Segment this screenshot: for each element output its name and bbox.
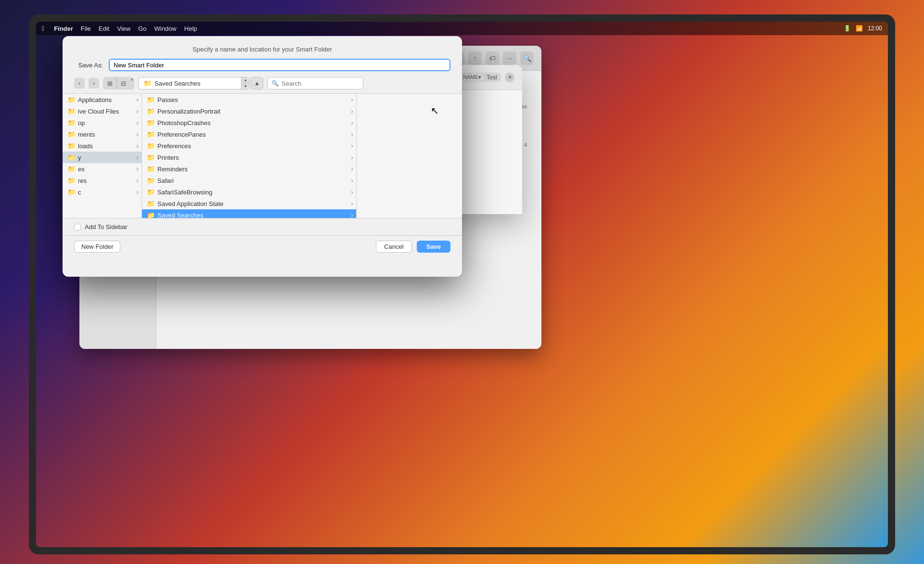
apple-menu-icon[interactable]:  (42, 25, 44, 32)
dialog-footer-buttons: Cancel Save (376, 241, 450, 253)
dialog-header-text: Specify a name and location for your Sma… (63, 36, 462, 59)
dialog-search-bar: 🔍 (267, 77, 363, 90)
browser-item-passes[interactable]: 📁 Passes (142, 94, 356, 105)
folder-icon-photoshop: 📁 (147, 119, 154, 127)
browser-label-savedsearches: Saved Searches (157, 212, 203, 218)
folder-icon-pictures: 📁 (67, 177, 75, 184)
browser-label-applications: Applications (78, 96, 112, 103)
folder-icon-downloads: 📁 (67, 142, 75, 150)
front-search-token[interactable]: NAME▾ (461, 74, 484, 81)
folder-icon-library: 📁 (67, 154, 75, 161)
browser-label-library: y (78, 154, 81, 161)
browser-item-savedsearches[interactable]: 📁 Saved Searches (142, 209, 356, 218)
browser-label-savedstate: Saved Application State (157, 200, 223, 207)
location-stepper-down[interactable]: ▼ (242, 84, 249, 90)
front-search-value: Test (487, 74, 497, 81)
browser-label-desktop: op (78, 119, 85, 127)
save-button[interactable]: Save (417, 241, 450, 253)
menubar-edit[interactable]: Edit (99, 25, 109, 32)
back-more[interactable]: ··· (503, 51, 516, 65)
browser-item-applications[interactable]: 📁 Applications (63, 94, 141, 105)
browser-label-downloads: loads (78, 142, 93, 150)
location-folder-icon: 📁 (143, 79, 152, 87)
browser-item-printers[interactable]: 📁 Printers (142, 152, 356, 163)
menubar-window[interactable]: Window (154, 25, 177, 32)
folder-icon-preferencepanes: 📁 (147, 130, 154, 138)
dialog-search-icon: 🔍 (271, 80, 279, 87)
menubar-help[interactable]: Help (184, 25, 197, 32)
back-search[interactable]: 🔍 (520, 51, 534, 65)
browser-label-printers: Printers (157, 154, 179, 161)
save-as-input[interactable] (109, 59, 450, 71)
folder-icon-printers: 📁 (147, 154, 154, 161)
wifi-icon: 📶 (856, 25, 863, 32)
browser-label-safarisafe: SafariSafeBrowsing (157, 189, 212, 196)
folder-icon-preferences: 📁 (147, 142, 154, 150)
laptop-screen:  Finder File Edit View Go Window Help 🔋… (36, 22, 888, 547)
browser-item-documents[interactable]: 📁 ments (63, 128, 141, 140)
folder-icon-reminders: 📁 (147, 165, 154, 173)
browser-label-safari: Safari (157, 177, 174, 184)
dialog-nav-back[interactable]: ‹ (74, 78, 85, 89)
folder-icon-desktop: 📁 (67, 119, 75, 127)
folder-icon-other: 📁 (67, 188, 75, 196)
add-to-sidebar-checkbox[interactable] (74, 224, 81, 231)
location-stepper-up[interactable]: ▲ (242, 77, 249, 84)
add-to-sidebar-label: Add To Sidebar (85, 223, 128, 231)
save-as-label: Save As: (74, 62, 103, 69)
folder-icon-safari: 📁 (147, 177, 154, 184)
browser-left-panel: 📁 Applications 📁 ive Cloud Files 📁 op 📁 … (63, 94, 142, 218)
folder-icon-icloud: 📁 (67, 107, 75, 115)
back-tag[interactable]: 🏷 (486, 51, 499, 65)
folder-icon-savedsearches: 📁 (147, 211, 154, 218)
browser-item-safarisafe[interactable]: 📁 SafariSafeBrowsing (142, 186, 356, 198)
dialog-footer: New Folder Cancel Save (63, 235, 462, 257)
front-close-search[interactable]: ✕ (505, 73, 514, 82)
location-dropdown[interactable]: 📁 Saved Searches (138, 77, 241, 90)
browser-item-downloads[interactable]: 📁 loads (63, 140, 141, 152)
laptop-frame:  Finder File Edit View Go Window Help 🔋… (29, 14, 895, 554)
browser-right-panel (356, 94, 462, 218)
location-selector: 📁 Saved Searches ▲ ▼ ▲ (138, 77, 263, 90)
dialog-browser: 📁 Applications 📁 ive Cloud Files 📁 op 📁 … (63, 93, 462, 218)
browser-item-savedstate[interactable]: 📁 Saved Application State (142, 198, 356, 209)
browser-item-personalization[interactable]: 📁 PersonalizationPortrait (142, 105, 356, 117)
folder-icon-documents: 📁 (67, 130, 75, 138)
menubar-view[interactable]: View (117, 25, 130, 32)
view-columns[interactable]: ⊞ (103, 77, 116, 90)
folder-icon-movies: 📁 (67, 165, 75, 173)
cancel-button[interactable]: Cancel (376, 241, 411, 253)
browser-label-reminders: Reminders (157, 166, 188, 173)
location-stepper: ▲ ▼ (241, 77, 250, 90)
browser-item-preferencepanes[interactable]: 📁 PreferencePanes (142, 128, 356, 140)
browser-item-preferences[interactable]: 📁 Preferences (142, 140, 356, 152)
folder-icon-personalization: 📁 (147, 107, 154, 115)
dialog-nav-forward[interactable]: › (89, 78, 99, 89)
dialog-search-input[interactable] (282, 80, 362, 87)
browser-label-passes: Passes (157, 96, 178, 103)
save-dialog: Specify a name and location for your Sma… (63, 36, 462, 277)
browser-item-movies[interactable]: 📁 es (63, 163, 141, 175)
folder-icon-passes: 📁 (147, 96, 154, 103)
menubar-finder[interactable]: Finder (54, 25, 73, 32)
view-grid[interactable]: ⊟ (116, 77, 130, 90)
menubar-go[interactable]: Go (138, 25, 146, 32)
menubar-file[interactable]: File (81, 25, 91, 32)
browser-label-movies: es (78, 166, 85, 173)
dialog-sidebar-row: Add To Sidebar (63, 218, 462, 235)
new-folder-button[interactable]: New Folder (74, 241, 120, 253)
browser-label-preferencepanes: PreferencePanes (157, 131, 205, 138)
browser-item-icloud[interactable]: 📁 ive Cloud Files (63, 105, 141, 117)
browser-item-library[interactable]: 📁 y (63, 152, 141, 163)
browser-item-safari[interactable]: 📁 Safari (142, 175, 356, 186)
location-name: Saved Searches (154, 80, 200, 87)
browser-item-other[interactable]: 📁 c (63, 186, 141, 198)
browser-item-desktop[interactable]: 📁 op (63, 117, 141, 128)
view-chevron: ▾ (130, 77, 134, 90)
browser-item-pictures[interactable]: 📁 res (63, 175, 141, 186)
browser-label-preferences: Preferences (157, 142, 191, 150)
browser-item-reminders[interactable]: 📁 Reminders (142, 163, 356, 175)
back-share[interactable]: ↑ (468, 51, 482, 65)
browser-item-photoshop[interactable]: 📁 PhotoshopCrashes (142, 117, 356, 128)
location-expand[interactable]: ▲ (251, 77, 263, 90)
